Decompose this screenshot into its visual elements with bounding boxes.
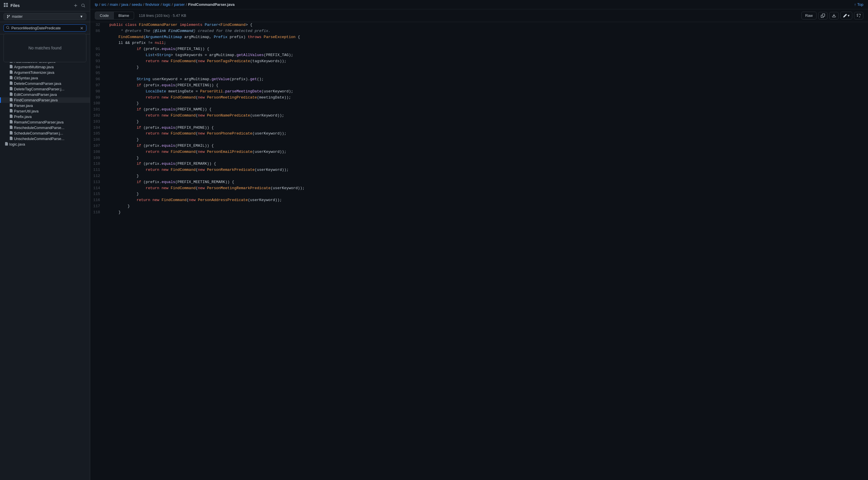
line-code: ll && prefix != null; [105, 40, 868, 46]
table-row: 98 LocalDate meetingDate = ParserUtil.pa… [90, 89, 868, 95]
table-row: 108 return new FindCommand(new PersonEma… [90, 149, 868, 155]
breadcrumb-logic[interactable]: logic [163, 2, 171, 7]
file-item-5[interactable]: CliSyntax.java [0, 75, 90, 81]
line-code: return new FindCommand(new PersonMeeting… [105, 185, 868, 192]
sidebar-header-actions [72, 2, 86, 9]
expand-button[interactable] [854, 12, 863, 20]
breadcrumb-java[interactable]: java [121, 2, 128, 7]
table-row: 112 } [90, 173, 868, 179]
table-row: 91 if (prefix.equals(PREFIX_TAG)) { [90, 46, 868, 52]
breadcrumb-parser[interactable]: parser [174, 2, 185, 7]
line-number: 100 [90, 101, 105, 107]
download-button[interactable] [829, 12, 839, 20]
file-icon [9, 120, 13, 124]
breadcrumb-main[interactable]: main [110, 2, 118, 7]
file-label: RescheduleCommandParse... [14, 126, 64, 130]
line-number: 114 [90, 185, 105, 192]
edit-button[interactable]: ▾ [840, 12, 852, 20]
breadcrumb-tp[interactable]: tp [95, 2, 98, 7]
top-link-label: Top [857, 2, 863, 7]
breadcrumb-src[interactable]: src [101, 2, 106, 7]
file-icon [9, 114, 13, 119]
tab-blame[interactable]: Blame [114, 12, 134, 20]
line-number: 117 [90, 203, 105, 209]
file-item-logic[interactable]: logic.java [0, 141, 90, 147]
table-row: 101 if (prefix.equals(PREFIX_NAME)) { [90, 107, 868, 113]
file-item-12[interactable]: RemarkCommandParser.java [0, 119, 90, 125]
file-item-7[interactable]: DeleteTagCommandParser.j... [0, 86, 90, 92]
file-label: CliSyntax.java [14, 76, 38, 80]
line-number: 91 [90, 46, 105, 52]
line-number: 111 [90, 167, 105, 173]
line-number: 98 [90, 89, 105, 95]
file-icon [9, 126, 13, 130]
file-item-8[interactable]: EditCommandParser.java [0, 92, 90, 97]
branch-name: master [12, 14, 23, 19]
table-row: 107 if (prefix.equals(PREFIX_EMAIL)) { [90, 143, 868, 149]
file-icon [9, 103, 13, 108]
add-file-button[interactable] [72, 2, 79, 9]
line-code: if (prefix.equals(PREFIX_MEETING)) { [105, 82, 868, 89]
line-number: 105 [90, 131, 105, 137]
line-number: 118 [90, 209, 105, 215]
table-row: 32 public class FindCommandParser implem… [90, 22, 868, 28]
breadcrumb-seedu[interactable]: seedu [132, 2, 142, 7]
top-link[interactable]: ↑ Top [854, 2, 863, 7]
file-tree: ▼ parser ▶ exceptions AddCommandParser.j… [0, 34, 90, 480]
file-item-14[interactable]: ScheduleCommandParser.j... [0, 131, 90, 136]
search-input-wrapper [3, 25, 86, 32]
search-files-button[interactable] [80, 2, 86, 9]
branch-selector[interactable]: master ▼ [3, 13, 86, 20]
table-row: ll && prefix != null; [90, 40, 868, 46]
table-row: 104 if (prefix.equals(PREFIX_PHONE)) { [90, 125, 868, 131]
sidebar: Files master ▼ No mat [0, 0, 90, 480]
line-number: 32 [90, 22, 105, 28]
file-item-4[interactable]: ArgumentTokenizer.java [0, 70, 90, 75]
file-item-findcommandparser[interactable]: FindCommandParser.java [0, 97, 90, 103]
file-item-3[interactable]: ArgumentMultimap.java [0, 64, 90, 70]
file-item-6[interactable]: DeleteCommandParser.java [0, 81, 90, 86]
line-number: 95 [90, 70, 105, 76]
code-container[interactable]: 32 public class FindCommandParser implem… [90, 22, 868, 480]
file-item-13[interactable]: RescheduleCommandParse... [0, 125, 90, 131]
line-code: if (prefix.equals(PREFIX_EMAIL)) { [105, 143, 868, 149]
line-number: 94 [90, 65, 105, 71]
file-label: ArgumentMultimap.java [14, 65, 54, 69]
table-row: 92 List<String> tagsKeywords = argMultim… [90, 52, 868, 59]
line-code: FindCommand(ArgumentMultimap argMultimap… [105, 34, 868, 40]
table-row: 99 return new FindCommand(new PersonMeet… [90, 95, 868, 101]
sidebar-title: Files [10, 3, 70, 8]
file-icon [9, 137, 13, 141]
arrow-up-icon: ↑ [854, 2, 856, 7]
file-item-15[interactable]: UnscheduleCommandParse... [0, 136, 90, 141]
toolbar: Code Blame 118 lines (103 loc) · 5.47 KB… [90, 9, 868, 22]
line-code: if (prefix.equals(PREFIX_MEETING_REMARK)… [105, 179, 868, 185]
file-item-9[interactable]: Parser.java [0, 103, 90, 108]
line-code: return new FindCommand(new PersonEmailPr… [105, 149, 868, 155]
line-code: * @return The {@link FindCommand} create… [105, 28, 868, 34]
file-label: EditCommandParser.java [14, 92, 57, 97]
table-row: 111 return new FindCommand(new PersonRem… [90, 167, 868, 173]
search-clear-button[interactable] [80, 26, 84, 30]
line-number: 115 [90, 191, 105, 197]
file-label: Parser.java [14, 103, 33, 108]
search-icon [6, 26, 9, 30]
search-bar-container: No matches found [0, 22, 90, 34]
raw-button[interactable]: Raw [801, 12, 816, 20]
file-item-10[interactable]: ParserUtil.java [0, 108, 90, 114]
sidebar-panel-icon [3, 3, 8, 8]
line-number: 104 [90, 125, 105, 131]
tab-code[interactable]: Code [95, 12, 114, 20]
copy-button[interactable] [818, 12, 828, 20]
go-to-file-input[interactable] [11, 26, 78, 30]
breadcrumb-findvisor[interactable]: findvisor [146, 2, 159, 7]
table-row: 105 return new FindCommand(new PersonPho… [90, 131, 868, 137]
line-code: LocalDate meetingDate = ParserUtil.parse… [105, 89, 868, 95]
file-icon [9, 98, 13, 102]
file-item-11[interactable]: Prefix.java [0, 114, 90, 119]
table-row: 114 return new FindCommand(new PersonMee… [90, 185, 868, 192]
table-row: 113 if (prefix.equals(PREFIX_MEETING_REM… [90, 179, 868, 185]
table-row: 102 return new FindCommand(new PersonNam… [90, 113, 868, 119]
line-code: } [105, 173, 868, 179]
code-table: 32 public class FindCommandParser implem… [90, 22, 868, 215]
